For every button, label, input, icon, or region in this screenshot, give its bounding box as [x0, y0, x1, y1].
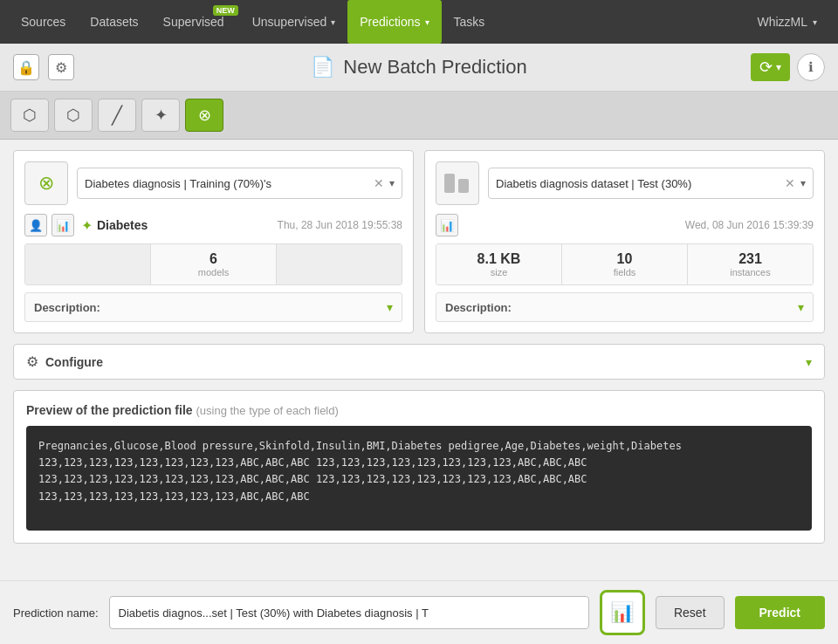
nav-tasks-label: Tasks	[454, 15, 485, 29]
bottom-bar: Prediction name: 📊 Reset Predict	[0, 580, 838, 644]
title-bar: 🔒 ⚙ 📄 New Batch Prediction ⟳ ▾ ℹ	[0, 44, 838, 92]
nav-sources-label: Sources	[21, 15, 65, 29]
reset-button[interactable]: Reset	[656, 596, 725, 629]
right-panel-info-icons: 📊	[436, 214, 458, 236]
nav-whizzml[interactable]: WhizzML ▾	[745, 15, 829, 29]
tab-linear-icon: ╱	[112, 105, 122, 126]
left-panel-stats: 6 models	[24, 243, 402, 285]
tab-ensemble[interactable]: ⬡	[10, 99, 49, 132]
right-panel-dropdown-icon[interactable]: ▾	[800, 177, 806, 189]
nav-datasets-label: Datasets	[90, 15, 138, 29]
left-panel: ⊗ Diabetes diagnosis | Training (70%)'s …	[13, 150, 414, 333]
right-stat-size-value: 8.1 KB	[440, 251, 558, 267]
right-panel-date: Wed, 08 Jun 2016 15:39:39	[685, 219, 814, 231]
left-stat-empty-1	[25, 244, 151, 284]
tab-linear[interactable]: ╱	[98, 99, 136, 132]
right-panel-clear-icon[interactable]: ✕	[785, 176, 795, 190]
left-panel-info: 👤 📊 ✦ Diabetes Thu, 28 Jun 2018 19:55:38	[24, 214, 402, 236]
nav-sources[interactable]: Sources	[9, 0, 78, 44]
nav-whizzml-label: WhizzML	[757, 15, 807, 29]
configure-header[interactable]: ⚙ Configure ▾	[14, 345, 824, 379]
preview-code: Pregnancies,Glucose,Blood pressure,Skinf…	[26, 426, 812, 531]
right-stat-instances-value: 231	[691, 251, 809, 267]
left-panel-date: Thu, 28 Jun 2018 19:55:38	[278, 219, 402, 231]
panels-row: ⊗ Diabetes diagnosis | Training (70%)'s …	[13, 150, 825, 333]
configure-gear-icon: ⚙	[26, 353, 38, 370]
right-stat-size: 8.1 KB size	[436, 244, 562, 284]
right-panel: Diabetis diagnosis dataset | Test (30%) …	[424, 150, 825, 333]
configure-arrow: ▾	[806, 355, 812, 369]
tab-network[interactable]: ✦	[141, 99, 180, 132]
right-stat-instances: 231 instances	[688, 244, 813, 284]
nav-supervised-label: Supervised	[163, 15, 224, 29]
left-panel-selector: ⊗ Diabetes diagnosis | Training (70%)'s …	[24, 161, 402, 205]
left-stat-empty-2	[277, 244, 402, 284]
nav-tasks[interactable]: Tasks	[442, 0, 498, 44]
right-panel-icon	[436, 161, 479, 205]
preview-title-main: Preview of the prediction file	[26, 403, 193, 417]
left-panel-info-icons: 👤 📊	[24, 214, 74, 236]
left-panel-select-text: Diabetes diagnosis | Training (70%)'s	[85, 177, 374, 190]
nav-unsupervised-arrow: ▾	[331, 17, 335, 27]
right-panel-select[interactable]: Diabetis diagnosis dataset | Test (30%) …	[488, 168, 814, 199]
tab-batch-icon: ⊗	[198, 106, 211, 125]
configure-title: Configure	[45, 355, 103, 369]
right-panel-stats: 8.1 KB size 10 fields 231 instances	[436, 243, 814, 285]
left-description[interactable]: Description: ▾	[24, 292, 402, 322]
nav-whizzml-arrow: ▾	[813, 17, 817, 27]
top-nav: Sources Datasets Supervised NEW Unsuperv…	[0, 0, 838, 44]
right-stat-fields-label: fields	[566, 267, 683, 277]
left-panel-select[interactable]: Diabetes diagnosis | Training (70%)'s ✕ …	[77, 168, 402, 199]
right-panel-select-text: Diabetis diagnosis dataset | Test (30%)	[496, 177, 785, 190]
right-panel-selector: Diabetis diagnosis dataset | Test (30%) …	[436, 161, 814, 205]
tab-bar: ⬡ ⬡ ╱ ✦ ⊗	[0, 92, 838, 140]
configure-left: ⚙ Configure	[26, 353, 103, 370]
left-desc-label: Description:	[34, 301, 100, 314]
left-panel-name-wrapper: ✦ Diabetes	[81, 217, 148, 234]
right-stat-fields: 10 fields	[562, 244, 688, 284]
configure-section: ⚙ Configure ▾	[13, 344, 825, 380]
lock-button[interactable]: 🔒	[13, 54, 39, 80]
nav-unsupervised-label: Unsupervised	[252, 15, 327, 29]
svg-rect-1	[458, 179, 469, 193]
right-panel-info: 📊 Wed, 08 Jun 2016 15:39:39	[436, 214, 814, 236]
prediction-name-label: Prediction name:	[13, 606, 99, 620]
preview-title: Preview of the prediction file (using th…	[26, 403, 812, 417]
tab-model-tree-icon: ⬡	[66, 106, 80, 125]
left-stat-models-label: models	[155, 267, 272, 277]
right-description[interactable]: Description: ▾	[436, 292, 814, 322]
svg-rect-0	[444, 174, 455, 193]
left-panel-icon: ⊗	[24, 161, 68, 205]
right-stat-instances-label: instances	[691, 267, 809, 277]
page-title: New Batch Prediction	[343, 56, 526, 79]
tab-ensemble-icon: ⬡	[23, 106, 37, 125]
tab-model-tree[interactable]: ⬡	[54, 99, 93, 132]
right-desc-arrow: ▾	[798, 300, 804, 314]
nav-supervised-badge: NEW	[213, 5, 238, 16]
doc-icon: 📄	[311, 56, 334, 79]
preview-section: Preview of the prediction file (using th…	[13, 390, 825, 544]
prediction-name-input[interactable]	[109, 596, 589, 629]
left-panel-dropdown-icon[interactable]: ▾	[389, 177, 395, 189]
right-desc-label: Description:	[445, 301, 512, 314]
nav-predictions-label: Predictions	[360, 15, 420, 29]
preview-title-sub: (using the type of each field)	[196, 404, 338, 417]
nav-unsupervised[interactable]: Unsupervised ▾	[240, 0, 348, 44]
left-stat-models: 6 models	[151, 244, 277, 284]
refresh-button[interactable]: ⟳ ▾	[751, 53, 790, 81]
predict-icon-button[interactable]: 📊	[600, 590, 645, 635]
nav-predictions-arrow: ▾	[425, 17, 429, 27]
left-panel-clear-icon[interactable]: ✕	[374, 176, 384, 190]
left-panel-bar-icon: 📊	[52, 214, 74, 236]
left-stat-models-value: 6	[155, 251, 272, 267]
nav-supervised[interactable]: Supervised NEW	[151, 0, 240, 44]
left-panel-person-icon: 👤	[24, 214, 47, 236]
settings-button[interactable]: ⚙	[48, 54, 74, 80]
nav-datasets[interactable]: Datasets	[78, 0, 150, 44]
left-panel-name-icon: ✦	[81, 217, 93, 234]
left-panel-name: Diabetes	[97, 218, 148, 232]
nav-predictions[interactable]: Predictions ▾	[347, 0, 441, 44]
info-button[interactable]: ℹ	[797, 53, 825, 81]
predict-button[interactable]: Predict	[735, 596, 825, 629]
tab-batch[interactable]: ⊗	[185, 99, 223, 132]
